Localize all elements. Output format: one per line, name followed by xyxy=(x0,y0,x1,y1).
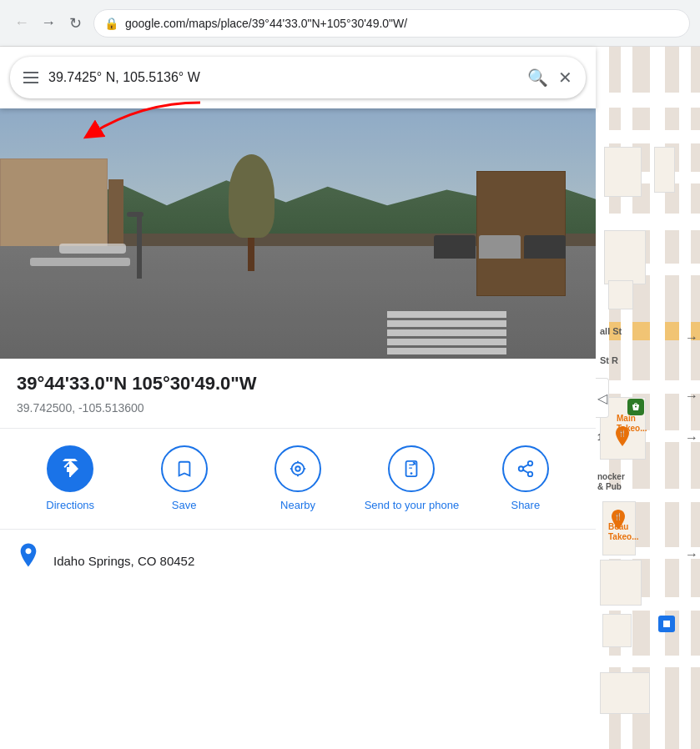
map-place-label-3: BeauTakeo... xyxy=(608,522,639,542)
map-label-all-st: all St xyxy=(600,326,622,336)
svg-point-2 xyxy=(292,462,305,475)
map-arrow-right-2: → xyxy=(685,389,698,404)
street-view-image xyxy=(0,108,596,359)
svg-line-13 xyxy=(523,465,528,468)
map-background: → → → → all St St R 15th Ave xyxy=(596,47,700,749)
map-block-9 xyxy=(600,672,650,714)
map-panel[interactable]: → → → → all St St R 15th Ave xyxy=(596,47,700,749)
left-panel: 39.7425° N, 105.5136° W 🔍 ✕ xyxy=(0,47,596,749)
share-icon xyxy=(516,460,535,478)
close-button[interactable]: ✕ xyxy=(558,68,572,88)
svg-text:🍴: 🍴 xyxy=(614,512,622,520)
save-label: Save xyxy=(172,499,197,513)
svg-point-9 xyxy=(528,460,533,465)
send-to-phone-icon xyxy=(402,460,421,478)
map-place-label-2: nocker& Pub xyxy=(597,472,625,492)
directions-button[interactable]: Directions xyxy=(17,445,123,513)
main-layout: 39.7425° N, 105.5136° W 🔍 ✕ xyxy=(0,47,700,749)
save-icon xyxy=(175,460,194,478)
url-text: google.com/maps/place/39°44'33.0"N+105°3… xyxy=(125,17,679,30)
search-bar[interactable]: 39.7425° N, 105.5136° W 🔍 ✕ xyxy=(10,57,586,98)
map-block-3 xyxy=(604,230,646,284)
directions-label: Directions xyxy=(46,499,94,513)
place-decimal: 39.742500, -105.513600 xyxy=(17,401,579,415)
map-block-1 xyxy=(604,147,642,197)
map-place-label-1: MainTakeo... xyxy=(617,414,647,434)
directions-circle xyxy=(47,445,93,492)
send-to-phone-label: Send to your phone xyxy=(365,499,459,513)
search-bar-container: 39.7425° N, 105.5136° W 🔍 ✕ xyxy=(0,47,596,108)
panel-toggle[interactable]: ◁ xyxy=(596,378,609,418)
send-to-phone-button[interactable]: Send to your phone xyxy=(358,445,465,513)
nearby-label: Nearby xyxy=(280,499,315,513)
map-arrow-right-4: → xyxy=(685,547,698,562)
search-button[interactable]: 🔍 xyxy=(527,68,548,88)
location-pin-icon xyxy=(17,543,40,579)
location-row: Idaho Springs, CO 80452 xyxy=(17,543,579,579)
location-text: Idaho Springs, CO 80452 xyxy=(53,554,194,568)
map-block-8 xyxy=(602,614,632,647)
map-block-2 xyxy=(654,147,675,193)
send-to-phone-circle xyxy=(388,445,435,492)
lock-icon: 🔒 xyxy=(104,17,118,30)
share-circle xyxy=(502,445,549,492)
directions-icon xyxy=(60,459,80,479)
info-panel: 39°44'33.0"N 105°30'49.0"W 39.742500, -1… xyxy=(0,359,596,749)
refresh-button[interactable]: ↻ xyxy=(63,12,87,35)
place-title: 39°44'33.0"N 105°30'49.0"W xyxy=(17,372,579,396)
back-button[interactable]: ← xyxy=(10,12,33,35)
svg-point-10 xyxy=(519,466,524,471)
map-label-str: St R xyxy=(600,355,618,365)
map-arrow-right-1: → xyxy=(685,330,698,345)
forward-button[interactable]: → xyxy=(37,12,60,35)
save-circle xyxy=(161,445,208,492)
nearby-button[interactable]: Nearby xyxy=(244,445,351,513)
svg-line-12 xyxy=(523,470,528,473)
map-block-7 xyxy=(600,560,642,606)
nav-buttons: ← → ↻ xyxy=(10,12,87,35)
map-block-4 xyxy=(608,280,633,309)
map-marker-blue[interactable] xyxy=(658,616,675,632)
map-arrow-right-3: → xyxy=(685,430,698,445)
divider-1 xyxy=(0,428,596,429)
share-label: Share xyxy=(511,499,540,513)
share-button[interactable]: Share xyxy=(472,445,579,513)
nearby-circle xyxy=(274,445,321,492)
browser-chrome: ← → ↻ 🔒 google.com/maps/place/39°44'33.0… xyxy=(0,0,700,47)
action-buttons: Directions Save xyxy=(17,445,579,530)
svg-point-11 xyxy=(528,471,533,476)
map-marker-green[interactable] xyxy=(627,399,644,415)
svg-point-1 xyxy=(295,466,300,471)
hamburger-icon[interactable] xyxy=(23,72,38,83)
save-button[interactable]: Save xyxy=(130,445,237,513)
search-text: 39.7425° N, 105.5136° W xyxy=(48,70,517,85)
address-bar[interactable]: 🔒 google.com/maps/place/39°44'33.0"N+105… xyxy=(93,9,690,38)
divider-2 xyxy=(0,529,596,530)
nearby-icon xyxy=(289,460,307,478)
